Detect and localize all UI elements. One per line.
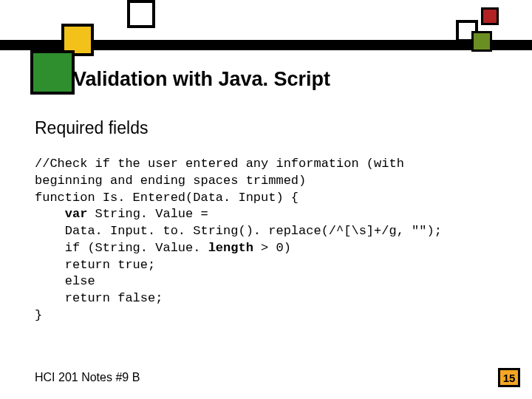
code-block: //Check if the user entered any informat…	[35, 156, 442, 324]
code-line: beginning and ending spaces trimmed)	[35, 174, 306, 188]
deco-square-olive	[471, 31, 492, 52]
code-keyword-length: length	[208, 241, 253, 255]
deco-square-red	[481, 7, 499, 25]
code-line: Data. Input. to. String(). replace(/^[\s…	[35, 224, 442, 238]
code-text: if (String. Value.	[35, 241, 208, 255]
code-line: }	[35, 308, 42, 322]
code-text: > 0)	[253, 241, 291, 255]
slide-subtitle: Required fields	[35, 118, 148, 138]
code-line: else	[35, 274, 95, 288]
code-line: return false;	[35, 291, 163, 305]
code-text: String. Value =	[87, 207, 208, 221]
code-indent	[35, 207, 65, 221]
slide-title: Validation with Java. Script	[73, 68, 330, 91]
deco-square-green	[30, 50, 75, 95]
code-line: function Is. Entered(Data. Input) {	[35, 191, 299, 205]
code-line: //Check if the user entered any informat…	[35, 157, 404, 171]
deco-square-white-1	[127, 0, 155, 28]
code-keyword-var: var	[65, 207, 88, 221]
footer-text: HCI 201 Notes #9 B	[35, 371, 140, 384]
page-number-box: 15	[498, 368, 520, 387]
page-number: 15	[503, 372, 516, 384]
code-line: return true;	[35, 258, 155, 272]
